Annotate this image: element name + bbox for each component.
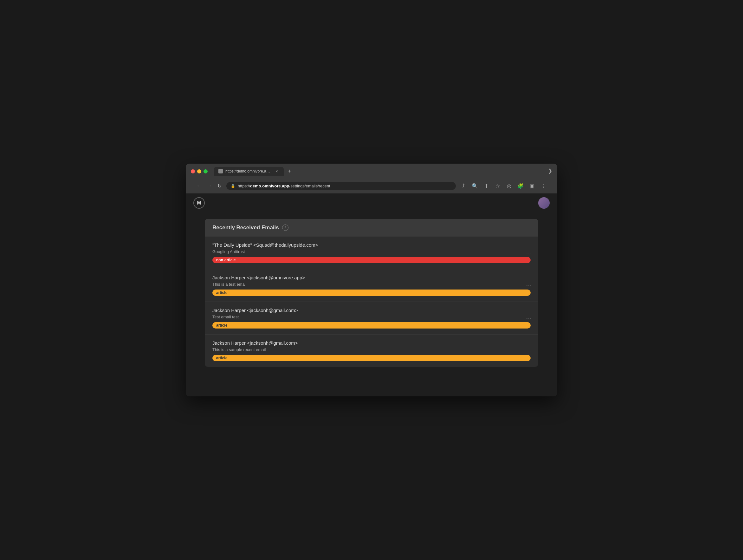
user-avatar[interactable]	[538, 197, 550, 209]
emails-panel: Recently Received Emails i "The Daily Up…	[205, 219, 538, 367]
active-tab[interactable]: https://demo.omnivore.app/se... ✕	[214, 167, 284, 176]
email-tag[interactable]: non-article	[212, 257, 531, 263]
panel-header: Recently Received Emails i	[205, 219, 538, 236]
minimize-button[interactable]	[197, 169, 201, 173]
browser-chrome: https://demo.omnivore.app/se... ✕ + ❯ ← …	[186, 164, 557, 193]
avatar-image	[538, 197, 550, 209]
reload-button[interactable]: ↻	[215, 181, 224, 190]
browser-window: https://demo.omnivore.app/se... ✕ + ❯ ← …	[186, 164, 557, 396]
email-item: Jackson Harper <jacksonh@omnivore.app>Th…	[205, 269, 538, 302]
tab-title: https://demo.omnivore.app/se...	[225, 169, 272, 173]
maximize-button[interactable]	[204, 169, 208, 173]
email-tag[interactable]: article	[212, 322, 531, 329]
lock-icon: 🔒	[231, 184, 235, 188]
app-logo[interactable]: M	[193, 197, 205, 209]
email-item: "The Daily Upside" <Squad@thedailyupside…	[205, 236, 538, 269]
email-subject: This is a test email	[212, 282, 531, 287]
email-sender: Jackson Harper <jacksonh@gmail.com>	[212, 340, 531, 346]
tab-close-button[interactable]: ✕	[274, 169, 279, 174]
url-text: https://demo.omnivore.app/settings/email…	[238, 184, 330, 188]
menu-icon[interactable]: ⋮	[538, 181, 549, 191]
email-more-button[interactable]: ···	[526, 315, 532, 321]
email-sender: Jackson Harper <jacksonh@omnivore.app>	[212, 275, 531, 280]
main-content: Recently Received Emails i "The Daily Up…	[186, 212, 557, 380]
url-path: /settings/emails/recent	[290, 184, 330, 188]
back-button[interactable]: ←	[194, 181, 204, 190]
nav-buttons: ← → ↻	[194, 181, 224, 190]
tab-right-control[interactable]: ❯	[548, 168, 552, 175]
extensions-icon[interactable]: 🧩	[515, 181, 526, 191]
tab-favicon	[218, 169, 223, 173]
app-header: M	[186, 193, 557, 212]
address-bar-row: ← → ↻ 🔒 https://demo.omnivore.app/settin…	[191, 178, 552, 193]
email-sender: "The Daily Upside" <Squad@thedailyupside…	[212, 242, 531, 248]
email-subject: Test email test	[212, 314, 531, 319]
address-bar[interactable]: 🔒 https://demo.omnivore.app/settings/ema…	[226, 182, 456, 190]
bookmark-icon[interactable]: ☆	[492, 181, 503, 191]
close-button[interactable]	[191, 169, 195, 173]
email-subject: Googling Antitrust	[212, 249, 531, 254]
email-more-button[interactable]: ···	[526, 282, 532, 289]
new-tab-button[interactable]: +	[285, 167, 294, 176]
email-more-button[interactable]: ···	[526, 250, 532, 256]
email-list: "The Daily Upside" <Squad@thedailyupside…	[205, 236, 538, 367]
info-icon[interactable]: i	[282, 224, 289, 231]
title-bar: https://demo.omnivore.app/se... ✕ + ❯	[191, 167, 552, 176]
forward-button[interactable]: →	[205, 181, 214, 190]
url-domain: demo.omnivore.app	[250, 184, 290, 188]
email-sender: Jackson Harper <jacksonh@gmail.com>	[212, 308, 531, 313]
tab-bar: https://demo.omnivore.app/se... ✕ +	[214, 167, 544, 176]
traffic-lights	[191, 169, 208, 173]
panel-title: Recently Received Emails	[212, 224, 279, 231]
account-icon[interactable]: ◎	[504, 181, 514, 191]
email-tag[interactable]: article	[212, 290, 531, 296]
email-tag[interactable]: article	[212, 355, 531, 361]
email-subject: This is a sample recent email	[212, 347, 531, 352]
email-more-button[interactable]: ···	[526, 348, 532, 354]
search-icon[interactable]: 🔍	[470, 181, 480, 191]
share-icon[interactable]: ⬆	[481, 181, 491, 191]
sidebar-icon[interactable]: ▣	[527, 181, 537, 191]
external-link-icon[interactable]: ⤴	[458, 181, 469, 191]
email-item: Jackson Harper <jacksonh@gmail.com>This …	[205, 334, 538, 367]
toolbar-icons: ⤴ 🔍 ⬆ ☆ ◎ 🧩 ▣ ⋮	[458, 181, 549, 191]
email-item: Jackson Harper <jacksonh@gmail.com>Test …	[205, 302, 538, 334]
app-content: M Recently Received Emails i "The Daily …	[186, 193, 557, 396]
